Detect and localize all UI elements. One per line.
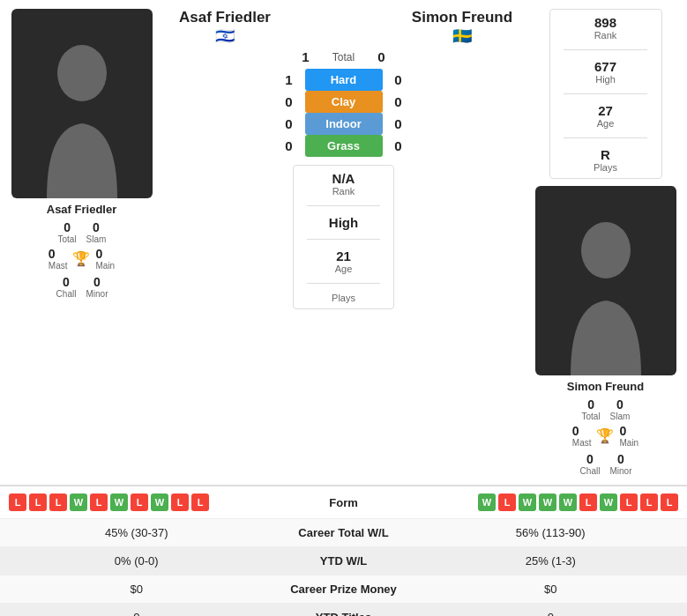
names-top-row: Asaf Friedler 🇮🇱 Simon Freund 🇸🇪 (168, 9, 519, 46)
right-player-info: Simon Freund 0 Total 0 Slam 0 Mast (528, 380, 683, 476)
right-form-badge-6: W (600, 494, 617, 511)
right-form: WLWWWLWLLL (388, 494, 679, 511)
stat-row-0: 45% (30-37) Career Total W/L 56% (113-90… (0, 519, 687, 547)
left-player-name: Asaf Friedler (47, 203, 116, 216)
left-form-badge-9: L (191, 494, 209, 511)
divider2 (307, 239, 381, 240)
left-flag: 🇮🇱 (215, 26, 235, 46)
right-chall-minor: 0 Chall 0 Minor (579, 452, 631, 476)
right-player-stats: 0 Total 0 Slam (581, 397, 631, 421)
left-center-info: N/A Rank High 21 Age Plays (293, 165, 394, 309)
right-high-val: 677 (594, 59, 616, 74)
middle-col: Asaf Friedler 🇮🇱 Simon Freund 🇸🇪 1 Total… (163, 0, 524, 476)
right-main-lbl: Main (619, 438, 638, 448)
left-form-badge-8: L (171, 494, 189, 511)
left-grass-score: 0 (280, 138, 298, 153)
left-rank-lbl: Rank (332, 186, 355, 197)
right-info-panel: 898 Rank 677 High 27 Age R Plays (549, 9, 662, 179)
right-form-badge-9: L (661, 494, 678, 511)
left-minor-lbl: Minor (86, 289, 108, 299)
left-chall-lbl: Chall (55, 289, 77, 299)
r-divider2 (564, 93, 647, 94)
top-section: Asaf Friedler 0 Total 0 Slam 0 Mast (0, 0, 687, 476)
surface-row-hard: 1 Hard 0 (168, 69, 519, 91)
left-player-info: Asaf Friedler 0 Total 0 Slam 0 Mast (4, 203, 159, 299)
stat-right-0: 56% (113-90) (423, 526, 679, 539)
right-trophy-row: 0 Mast 🏆 0 Main (572, 424, 638, 448)
left-player-stats: 0 Total 0 Slam (57, 220, 107, 244)
right-slam-val: 0 (610, 397, 631, 412)
r-divider1 (564, 49, 647, 50)
surface-rows: 1 Hard 0 0 Clay 0 0 Indoor 0 0 Grass 0 (168, 69, 519, 157)
right-form-badge-8: L (640, 494, 658, 511)
right-indoor-score: 0 (390, 116, 407, 131)
right-form-badge-7: L (620, 494, 638, 511)
right-name-flag: Simon Freund 🇸🇪 (405, 9, 519, 46)
left-player-photo (11, 9, 153, 198)
left-mast-lbl: Mast (49, 261, 68, 271)
stat-row-2: $0 Career Prize Money $0 (0, 575, 687, 604)
stat-left-2: $0 (9, 583, 265, 596)
stat-label-0: Career Total W/L (265, 526, 423, 539)
left-player-col: Asaf Friedler 0 Total 0 Slam 0 Mast (0, 0, 163, 476)
left-silhouette-icon (29, 40, 135, 198)
right-form-badge-0: W (478, 494, 496, 511)
left-age-val: 21 (336, 249, 351, 263)
right-age-val: 27 (598, 103, 613, 118)
right-high-lbl: High (595, 74, 616, 85)
left-form-badge-0: L (9, 494, 26, 511)
right-plays-val: R (601, 147, 610, 162)
surface-row-indoor: 0 Indoor 0 (168, 113, 519, 135)
stat-rows: 45% (30-37) Career Total W/L 56% (113-90… (0, 519, 687, 616)
left-form-badge-3: W (70, 494, 87, 511)
left-age-item: 21 Age (335, 249, 353, 274)
right-minor-lbl: Minor (610, 466, 632, 476)
scores-area: 1 Total 0 1 Hard 0 0 Clay 0 0 Indoor 0 0… (168, 49, 519, 157)
stat-row-1: 0% (0-0) YTD W/L 25% (1-3) (0, 547, 687, 575)
left-high-item: High (329, 215, 358, 230)
left-trophy-icon: 🏆 (72, 250, 90, 267)
left-total-lbl: Total (57, 234, 78, 244)
right-chall-val: 0 (579, 452, 601, 466)
right-name-big: Simon Freund (412, 9, 512, 26)
right-chall-lbl: Chall (579, 466, 601, 476)
bottom-section: LLLWLWLWLL Form WLWWWLWLLL 45% (30-37) C… (0, 485, 687, 616)
svg-point-1 (581, 222, 631, 278)
left-name-big: Asaf Friedler (179, 9, 271, 26)
stat-left-0: 45% (30-37) (9, 526, 265, 539)
right-age-item: 27 Age (597, 103, 615, 129)
right-form-badge-2: W (519, 494, 536, 511)
surface-row-clay: 0 Clay 0 (168, 91, 519, 113)
left-rank-item: N/A Rank (332, 171, 355, 197)
left-high-val: High (329, 215, 358, 230)
stat-label-2: Career Prize Money (265, 583, 423, 596)
left-form-badge-6: L (131, 494, 148, 511)
surface-btn-clay: Clay (305, 91, 383, 113)
surface-row-grass: 0 Grass 0 (168, 135, 519, 157)
left-trophy-row: 0 Mast 🏆 0 Main (49, 247, 115, 271)
right-minor-val: 0 (610, 452, 632, 466)
left-chall-minor: 0 Chall 0 Minor (55, 275, 108, 299)
right-plays-item: R Plays (594, 147, 617, 173)
left-plays-item: Plays (332, 293, 355, 303)
r-divider3 (564, 137, 647, 138)
left-form-badge-7: W (151, 494, 168, 511)
stat-label-1: YTD W/L (265, 554, 423, 568)
stat-right-2: $0 (423, 583, 679, 596)
right-player-name: Simon Freund (567, 380, 644, 393)
right-player-photo (535, 186, 676, 375)
right-trophy-icon: 🏆 (596, 427, 614, 444)
right-age-lbl: Age (597, 118, 615, 129)
left-total-score: 1 (297, 49, 315, 64)
surface-btn-hard: Hard (305, 69, 383, 91)
total-row: 1 Total 0 (168, 49, 519, 64)
left-chall-val: 0 (55, 275, 77, 289)
right-form-badge-5: L (579, 494, 597, 511)
right-form-badge-1: L (498, 494, 516, 511)
left-main-val: 0 (95, 247, 115, 261)
right-total-score: 0 (373, 49, 391, 64)
form-label: Form (300, 496, 388, 509)
left-rank-val: N/A (332, 171, 355, 186)
left-form-badge-5: W (110, 494, 128, 511)
left-hard-score: 1 (280, 72, 298, 87)
